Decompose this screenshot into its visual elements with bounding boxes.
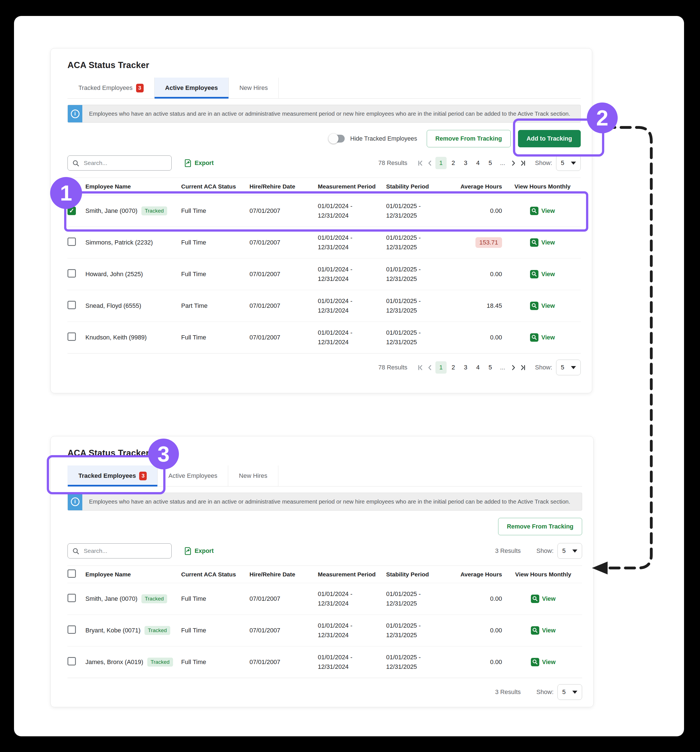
search-icon (72, 160, 79, 167)
tab-active-employees[interactable]: Active Employees (155, 78, 229, 98)
row-checkbox[interactable] (67, 269, 76, 278)
measurement-period-cell: 01/01/2024 -12/31/2024 (318, 328, 386, 347)
page-size-select[interactable]: 5 (557, 684, 582, 700)
page-number[interactable]: 4 (472, 157, 484, 169)
row-checkbox[interactable] (67, 301, 76, 309)
average-hours-cell: 0.00 (455, 270, 504, 278)
average-hours-cell: 0.00 (455, 207, 504, 214)
aca-tracker-panel-active-employees: ACA Status Tracker Tracked Employees 3 A… (50, 48, 592, 393)
aca-status-cell: Part Time (181, 302, 250, 309)
aca-status-cell: Full Time (181, 270, 250, 278)
view-hours-link[interactable]: View (531, 595, 556, 603)
tab-new-hires[interactable]: New Hires (229, 78, 279, 98)
page-number-current[interactable]: 1 (435, 157, 447, 169)
hide-tracked-toggle[interactable]: Hide Tracked Employees (329, 135, 417, 143)
employee-name: Snead, Floyd (6555) (85, 302, 141, 309)
pagination-bottom: 3 Results Show: 5 (495, 684, 582, 700)
view-hours-link[interactable]: View (530, 301, 555, 310)
next-page-button[interactable] (509, 362, 518, 373)
employee-name: James, Bronx (A019) (85, 659, 143, 666)
aca-status-cell: Full Time (181, 627, 250, 634)
employee-name: Bryant, Kobe (0071) (85, 627, 141, 634)
page-size-select[interactable]: 5 (556, 155, 581, 171)
search-box[interactable] (67, 543, 172, 558)
column-header-hire-date: Hire/Rehire Date (250, 571, 318, 578)
export-button[interactable]: Export (184, 159, 214, 167)
row-checkbox-checked[interactable] (67, 207, 76, 215)
info-icon: i (68, 493, 82, 510)
chevron-down-icon (572, 691, 577, 694)
search-input[interactable] (83, 547, 167, 555)
page-number[interactable]: 2 (448, 157, 459, 169)
page-background: ACA Status Tracker Tracked Employees 3 A… (14, 16, 684, 736)
last-page-button[interactable] (518, 362, 528, 373)
view-hours-link[interactable]: View (530, 270, 555, 278)
page-number[interactable]: 3 (460, 157, 471, 169)
export-icon (184, 547, 192, 555)
search-input[interactable] (83, 159, 167, 167)
measurement-period-cell: 01/01/2024 -12/31/2024 (318, 589, 386, 608)
results-count: 3 Results (495, 688, 521, 696)
tools-row: Export 78 Results 1 2 3 4 5 ... Show: (67, 155, 581, 171)
row-checkbox[interactable] (67, 238, 76, 246)
next-page-button[interactable] (509, 157, 518, 169)
table-footer: 3 Results Show: 5 (67, 678, 582, 707)
info-banner-text: Employees who have an active status and … (82, 493, 577, 510)
row-checkbox[interactable] (67, 332, 76, 341)
stability-period-cell: 01/01/2025 -12/31/2025 (386, 233, 455, 252)
table-row: Knudson, Keith (9989) Full Time 07/01/20… (67, 322, 581, 353)
average-hours-cell: 0.00 (455, 595, 504, 603)
previous-page-button[interactable] (425, 362, 435, 373)
page-size-select[interactable]: 5 (556, 360, 581, 375)
page-number[interactable]: 2 (448, 361, 459, 374)
select-all-checkbox[interactable] (67, 182, 76, 190)
hire-date-cell: 07/01/2007 (250, 270, 318, 278)
page-number[interactable]: 5 (485, 361, 496, 374)
row-checkbox[interactable] (67, 657, 76, 665)
row-checkbox[interactable] (67, 594, 76, 602)
show-label: Show: (537, 688, 554, 696)
select-all-checkbox[interactable] (67, 569, 76, 578)
results-count: 78 Results (378, 364, 407, 371)
tab-tracked-employees[interactable]: Tracked Employees 3 (67, 78, 155, 98)
tracked-count-badge: 3 (139, 472, 147, 480)
remove-from-tracking-button[interactable]: Remove From Tracking (427, 130, 511, 147)
stability-period-cell: 01/01/2025 -12/31/2025 (386, 328, 455, 347)
page-number[interactable]: 4 (472, 361, 484, 374)
page-number-current[interactable]: 1 (435, 361, 447, 374)
tab-new-hires[interactable]: New Hires (228, 466, 278, 486)
average-hours-cell: 0.00 (455, 334, 504, 341)
tab-bar: Tracked Employees 3 Active Employees New… (67, 466, 582, 486)
measurement-period-cell: 01/01/2024 -12/31/2024 (318, 201, 386, 221)
search-box[interactable] (67, 155, 172, 171)
aca-status-cell: Full Time (181, 659, 250, 666)
page-number[interactable]: 3 (460, 361, 471, 374)
view-hours-link[interactable]: View (531, 626, 556, 635)
last-page-button[interactable] (518, 157, 528, 169)
first-page-button[interactable] (416, 157, 425, 169)
employee-name: Howard, John (2525) (85, 270, 143, 278)
aca-status-cell: Full Time (181, 207, 250, 214)
action-row: Remove From Tracking (67, 518, 582, 535)
chevron-down-icon (572, 550, 577, 553)
average-hours-cell: 0.00 (455, 627, 504, 634)
toggle-switch-off[interactable] (329, 135, 345, 143)
previous-page-button[interactable] (425, 157, 435, 169)
first-page-button[interactable] (416, 362, 425, 373)
average-hours-cell: 153.71 (455, 237, 504, 248)
view-hours-link[interactable]: View (530, 333, 555, 342)
tab-active-employees[interactable]: Active Employees (158, 466, 228, 486)
remove-from-tracking-button[interactable]: Remove From Tracking (498, 518, 582, 535)
page-size-select[interactable]: 5 (557, 543, 582, 559)
add-to-tracking-button[interactable]: Add to Tracking (518, 130, 581, 147)
row-checkbox[interactable] (67, 625, 76, 634)
view-hours-link[interactable]: View (530, 238, 555, 247)
export-button[interactable]: Export (184, 547, 214, 555)
tab-tracked-employees[interactable]: Tracked Employees 3 (67, 466, 158, 486)
tab-label: Active Employees (168, 472, 217, 480)
column-header-aca-status: Current ACA Status (181, 183, 250, 190)
tracked-badge: Tracked (141, 594, 167, 603)
view-hours-link[interactable]: View (530, 207, 555, 215)
page-number[interactable]: 5 (485, 157, 496, 169)
view-hours-link[interactable]: View (531, 658, 556, 666)
